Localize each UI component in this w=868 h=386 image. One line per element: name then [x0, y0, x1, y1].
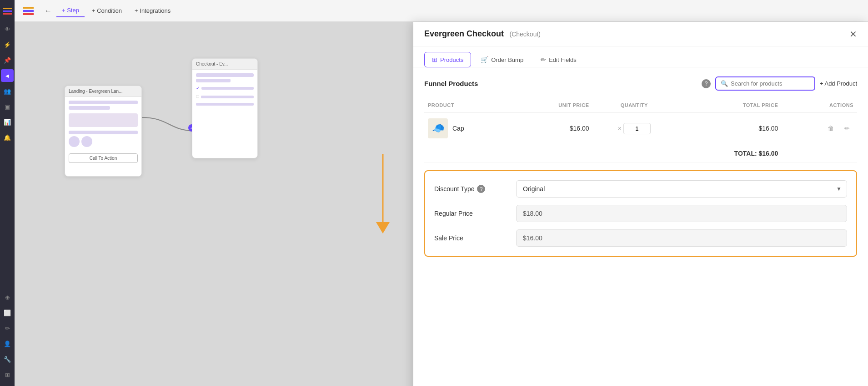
regular-price-field: Regular Price [434, 205, 847, 222]
svg-marker-7 [376, 222, 390, 234]
svg-rect-2 [3, 13, 12, 15]
quantity-input[interactable] [623, 123, 651, 134]
product-search-input[interactable] [731, 80, 810, 87]
col-actions: Actions [782, 98, 857, 113]
box-icon[interactable]: ⬜ [1, 306, 14, 319]
people-icon[interactable]: 👥 [1, 85, 14, 97]
checkout-order-item: ✓ [196, 84, 254, 92]
lightning-icon[interactable]: ⚡ [1, 38, 14, 51]
order-bump-tab-label: Order Bump [491, 56, 523, 63]
check-bar [196, 103, 254, 106]
condition-button[interactable]: + Condition [86, 5, 127, 17]
product-image: 🧢 [428, 118, 448, 138]
checkout-checkbox-row: ☐ [196, 94, 254, 100]
table-row: 🧢 Cap $16.00 × $16.00 [424, 113, 857, 144]
regular-price-label-container: Regular Price [434, 210, 516, 217]
regular-price-input[interactable] [516, 205, 847, 222]
product-name: Cap [452, 125, 464, 132]
checkout-node-header: Checkout - Ev... [192, 59, 257, 70]
chart-icon[interactable]: 📊 [1, 116, 14, 128]
multiply-sign: × [618, 125, 622, 132]
pin-icon[interactable]: 📌 [1, 54, 14, 66]
svg-rect-4 [23, 10, 34, 12]
panel-title-area: Evergreen Checkout (Checkout) [424, 29, 541, 39]
checkbox-icon: ☐ [196, 95, 199, 99]
tag-icon[interactable]: ⊕ [1, 291, 14, 304]
layers-icon[interactable]: ▣ [1, 100, 14, 113]
funnel-products-header: Funnel Products ? 🔍 + Add Product [424, 76, 857, 91]
discount-type-label-container: Discount Type ? [434, 185, 516, 193]
checkout-placeholder-1 [196, 73, 254, 77]
right-panel: Evergreen Checkout (Checkout) ✕ ⊞ Produc… [413, 22, 868, 386]
sale-price-field: Sale Price [434, 229, 847, 247]
bell-icon[interactable]: 🔔 [1, 131, 14, 144]
discount-section: Discount Type ? Original Percentage Fixe… [424, 170, 857, 257]
total-empty [424, 144, 676, 163]
tab-order-bump[interactable]: 🛒 Order Bump [473, 52, 531, 67]
landing-node-body [65, 97, 141, 151]
pencil-icon[interactable]: ✏ [841, 122, 853, 135]
discount-type-control[interactable]: Original Percentage Fixed Amount ▼ [516, 180, 847, 198]
product-search-box[interactable]: 🔍 [715, 76, 815, 91]
toolbar-logo [20, 3, 36, 19]
regular-price-label: Regular Price [434, 210, 473, 217]
placeholder-bar-2 [69, 106, 110, 110]
panel-tabs: ⊞ Products 🛒 Order Bump ✏ Edit Fields [413, 46, 868, 67]
grid-icon[interactable]: ⊞ [1, 368, 14, 381]
placeholder-circle-1 [69, 136, 80, 147]
active-icon[interactable]: ◀ [1, 69, 14, 82]
placeholder-circle-2 [81, 136, 92, 147]
back-button[interactable]: ← [42, 4, 55, 18]
unit-price-cell: $16.00 [514, 113, 593, 144]
products-tab-label: Products [440, 56, 463, 63]
funnel-products-title: Funnel Products [424, 80, 478, 87]
quantity-cell: × [593, 113, 676, 144]
discount-type-label: Discount Type [434, 185, 474, 193]
tab-products[interactable]: ⊞ Products [424, 52, 471, 67]
products-table-header-row: Product Unit Price Quantity Total Price … [424, 98, 857, 113]
checkout-node[interactable]: Checkout - Ev... ✓ ☐ [192, 58, 258, 158]
checkout-check-item [196, 102, 254, 107]
sidebar: 👁 ⚡ 📌 ◀ 👥 ▣ 📊 🔔 ⊕ ⬜ ✏ 👤 🔧 ⊞ [0, 0, 15, 386]
discount-type-select[interactable]: Original Percentage Fixed Amount [516, 180, 847, 198]
step-button[interactable]: + Step [56, 4, 85, 17]
discount-type-help[interactable]: ? [477, 185, 485, 193]
total-actions-empty [782, 144, 857, 163]
logo-icon[interactable] [1, 5, 14, 18]
landing-node-header: Landing - Evergreen Lan... [65, 86, 141, 97]
total-row: TOTAL: $16.00 [424, 144, 857, 163]
panel-close-button[interactable]: ✕ [849, 30, 857, 39]
panel-title: Evergreen Checkout [424, 29, 504, 38]
discount-type-dropdown-wrapper[interactable]: Original Percentage Fixed Amount ▼ [516, 180, 847, 198]
add-product-button[interactable]: + Add Product [820, 80, 857, 87]
checkout-node-body: ✓ ☐ [192, 70, 257, 111]
landing-node-cta: Call To Action [69, 153, 138, 163]
wrench-icon[interactable]: 🔧 [1, 353, 14, 366]
svg-rect-1 [3, 10, 12, 12]
sale-price-input[interactable] [516, 229, 847, 247]
landing-node[interactable]: Landing - Evergreen Lan... Call To Actio… [65, 86, 142, 177]
edit-tool-icon[interactable]: ✏ [1, 322, 14, 335]
checkout-node-title: Checkout - Ev... [196, 61, 228, 66]
delete-icon[interactable]: 🗑 [824, 122, 837, 135]
top-toolbar: ← + Step + Condition + Integrations [15, 0, 868, 22]
placeholder-bar-1 [69, 101, 138, 104]
funnel-products-actions: ? 🔍 + Add Product [702, 76, 857, 91]
checkout-placeholder-2 [196, 79, 231, 82]
products-table: Product Unit Price Quantity Total Price … [424, 98, 857, 163]
order-bump-tab-icon: 🛒 [481, 56, 488, 63]
funnel-products-help[interactable]: ? [702, 79, 711, 88]
user-icon[interactable]: 👤 [1, 337, 14, 350]
check-icon-1: ✓ [196, 86, 200, 91]
checkbox-bar [201, 96, 254, 98]
actions-cell: 🗑 ✏ [782, 113, 857, 144]
products-tab-icon: ⊞ [432, 56, 437, 63]
total-price-cell: $16.00 [676, 113, 782, 144]
canvas-content: ⚙ 👁 Landing - Evergreen Lan... Call To A… [15, 22, 868, 386]
integrations-button[interactable]: + Integrations [129, 5, 176, 17]
svg-rect-3 [23, 7, 34, 9]
tab-edit-fields[interactable]: ✏ Edit Fields [533, 52, 584, 67]
eye-icon[interactable]: 👁 [1, 23, 14, 36]
discount-type-field: Discount Type ? Original Percentage Fixe… [434, 180, 847, 198]
col-quantity: Quantity [593, 98, 676, 113]
